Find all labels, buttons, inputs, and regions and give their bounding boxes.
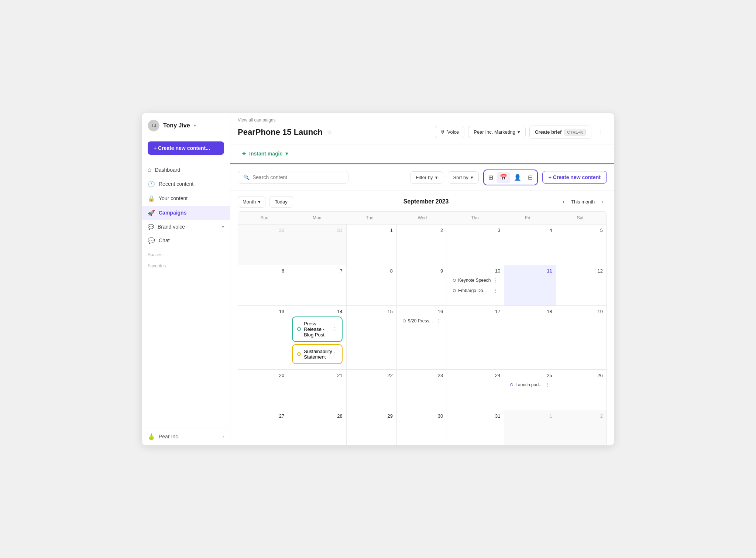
prev-month-button[interactable]: ‹ xyxy=(559,196,568,207)
cal-cell-sep19[interactable]: 19 xyxy=(556,306,606,370)
sidebar-item-dashboard[interactable]: ⌂ Dashboard xyxy=(142,163,230,177)
columns-view-button[interactable]: ⊞ xyxy=(485,172,496,183)
cal-cell-sep2[interactable]: 2 xyxy=(397,225,447,265)
table-view-button[interactable]: ⊟ xyxy=(525,172,536,183)
sidebar-item-brand-voice[interactable]: 💬 Brand voice ▾ xyxy=(142,220,230,233)
cal-cell-sep22[interactable]: 22 xyxy=(347,370,397,410)
sidebar-item-chat[interactable]: 💬 Chat xyxy=(142,233,230,248)
filter-button[interactable]: Filter by ▾ xyxy=(410,171,443,184)
mic-icon: 🎙 xyxy=(440,129,445,135)
event-920press[interactable]: 9/20 Press... ⋮ xyxy=(401,316,443,325)
cal-cell-oct1[interactable]: 1 xyxy=(504,410,556,445)
cal-cell-sep16[interactable]: 16 9/20 Press... ⋮ xyxy=(397,306,447,370)
cal-cell-sep21[interactable]: 21 xyxy=(288,370,347,410)
cal-cell-sep24[interactable]: 24 xyxy=(447,370,504,410)
create-new-content-button[interactable]: + Create new content xyxy=(542,171,607,184)
cal-cell-sep15[interactable]: 15 xyxy=(347,306,397,370)
cal-cell-sep11[interactable]: 11 xyxy=(504,265,556,306)
search-input[interactable] xyxy=(252,174,343,180)
event-embargo[interactable]: Embargo Do... ⋮ xyxy=(451,286,500,295)
event-card-press-release[interactable]: Press Release - Blog Post ⋮ xyxy=(292,316,343,342)
person-view-button[interactable]: 👤 xyxy=(511,172,524,183)
today-button[interactable]: Today xyxy=(269,196,293,208)
cal-cell-oct31[interactable]: 31 xyxy=(447,410,504,445)
search-icon: 🔍 xyxy=(243,174,250,180)
instant-magic-button[interactable]: ✦ Instant magic ▾ xyxy=(238,148,292,160)
cal-cell-oct2[interactable]: 2 xyxy=(556,410,606,445)
chevron-down-icon: ▾ xyxy=(194,123,196,128)
star-icon[interactable]: ☆ xyxy=(326,128,332,136)
voice-button[interactable]: 🎙 Voice xyxy=(435,126,465,138)
event-label: Launch part... xyxy=(515,382,542,387)
event-card-left: Sustainability Statement xyxy=(297,349,332,360)
calendar-nav: Month ▾ Today September 2023 ‹ This mont… xyxy=(230,191,614,208)
footer-left: 🍐 Pear Inc. xyxy=(148,433,179,440)
magic-icon: ✦ xyxy=(241,150,246,157)
cal-cell-sep4[interactable]: 4 xyxy=(504,225,556,265)
month-navigation: ‹ This month › xyxy=(559,196,607,207)
cal-cell-sep3[interactable]: 3 xyxy=(447,225,504,265)
favorites-label: Favorites xyxy=(142,259,230,270)
create-brief-button[interactable]: Create brief CTRL+K xyxy=(529,126,591,139)
event-more-icon[interactable]: ⋮ xyxy=(545,382,550,388)
event-card-sustainability[interactable]: Sustainability Statement ⋮ xyxy=(292,344,343,364)
day-header-fri: Fri xyxy=(501,212,554,224)
cal-cell-aug30[interactable]: 30 xyxy=(238,225,288,265)
cal-cell-sep7[interactable]: 7 xyxy=(288,265,347,306)
event-card-left: Press Release - Blog Post xyxy=(297,321,332,338)
sidebar-item-your-content[interactable]: 🔒 Your content xyxy=(142,191,230,206)
cal-cell-sep25[interactable]: 25 Launch part... ⋮ xyxy=(504,370,556,410)
cal-cell-sep17[interactable]: 17 xyxy=(447,306,504,370)
event-more-icon[interactable]: ⋮ xyxy=(332,351,337,357)
cal-cell-sep20[interactable]: 20 xyxy=(238,370,288,410)
cal-cell-sep27[interactable]: 27 xyxy=(238,410,288,445)
org-button[interactable]: Pear Inc. Marketing ▾ xyxy=(468,126,526,138)
search-box[interactable]: 🔍 xyxy=(238,171,348,184)
sort-button[interactable]: Sort by ▾ xyxy=(448,171,479,184)
cal-cell-sep9[interactable]: 9 xyxy=(397,265,447,306)
cal-cell-sep1[interactable]: 1 xyxy=(347,225,397,265)
sidebar-footer[interactable]: 🍐 Pear Inc. › xyxy=(142,428,230,445)
event-more-icon[interactable]: ⋮ xyxy=(493,288,498,294)
event-keynote[interactable]: Keynote Speech ⋮ xyxy=(451,276,500,285)
calendar-container: Month ▾ Today September 2023 ‹ This mont… xyxy=(230,191,614,445)
cal-cell-sep13[interactable]: 13 xyxy=(238,306,288,370)
event-more-icon[interactable]: ⋮ xyxy=(436,318,441,324)
sidebar-item-label: Recent content xyxy=(159,181,193,187)
cal-cell-sep30[interactable]: 30 xyxy=(397,410,447,445)
cal-cell-sep29[interactable]: 29 xyxy=(347,410,397,445)
cal-cell-sep5[interactable]: 5 xyxy=(556,225,606,265)
filter-label: Filter by xyxy=(416,175,433,180)
cal-cell-sep14[interactable]: 14 Press Release - Blog Post ⋮ Susta xyxy=(288,306,347,370)
event-dot xyxy=(510,383,513,386)
more-options-button[interactable]: ⋮ xyxy=(595,126,607,138)
create-content-button[interactable]: + Create new content... xyxy=(148,141,224,155)
event-label: Keynote Speech xyxy=(458,278,491,283)
org-label: Pear Inc. xyxy=(159,434,179,439)
brand-voice-left: 💬 Brand voice xyxy=(148,224,185,230)
event-more-icon[interactable]: ⋮ xyxy=(493,277,498,283)
month-select-button[interactable]: Month ▾ xyxy=(238,196,265,208)
cal-cell-sep10[interactable]: 10 Keynote Speech ⋮ Embargo Do... ⋮ xyxy=(447,265,504,306)
cal-cell-sep8[interactable]: 8 xyxy=(347,265,397,306)
sidebar-item-campaigns[interactable]: 🚀 Campaigns xyxy=(142,206,230,220)
cal-cell-sep6[interactable]: 6 xyxy=(238,265,288,306)
next-month-button[interactable]: › xyxy=(598,196,607,207)
cal-cell-sep26[interactable]: 26 xyxy=(556,370,606,410)
create-new-label: + Create new content xyxy=(549,174,601,180)
event-more-icon[interactable]: ⋮ xyxy=(332,326,337,332)
user-info[interactable]: TJ Tony Jive ▾ xyxy=(148,120,196,131)
chevron-down-icon: ▾ xyxy=(518,129,520,135)
calendar-view-button[interactable]: 📅 xyxy=(497,172,510,183)
sidebar-item-recent[interactable]: 🕐 Recent content xyxy=(142,177,230,191)
day-header-mon: Mon xyxy=(291,212,344,224)
cal-cell-sep23[interactable]: 23 xyxy=(397,370,447,410)
cal-cell-sep12[interactable]: 12 xyxy=(556,265,606,306)
event-launch-party[interactable]: Launch part... ⋮ xyxy=(508,380,552,389)
cal-cell-aug31[interactable]: 31 xyxy=(288,225,347,265)
cal-cell-sep18[interactable]: 18 xyxy=(504,306,556,370)
breadcrumb[interactable]: View all campaigns xyxy=(238,117,607,123)
chevron-down-icon: ▾ xyxy=(435,175,438,180)
cal-cell-sep28[interactable]: 28 xyxy=(288,410,347,445)
chevron-down-icon: ▾ xyxy=(222,224,224,229)
